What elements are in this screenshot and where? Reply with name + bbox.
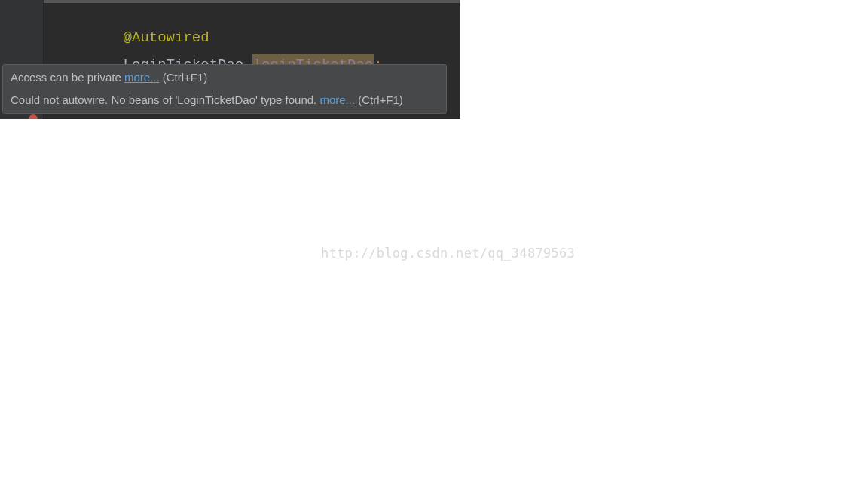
inspection-shortcut-1: (Ctrl+F1) <box>160 71 208 84</box>
inspection-more-link-1[interactable]: more... <box>124 71 160 84</box>
inspection-tooltip: Access can be private more... (Ctrl+F1) … <box>2 64 447 114</box>
error-marker-icon[interactable] <box>29 114 38 119</box>
inspection-row-1: Access can be private more... (Ctrl+F1) <box>3 66 446 89</box>
inspection-message-2: Could not autowire. No beans of 'LoginTi… <box>11 93 319 106</box>
inspection-message-1: Access can be private <box>11 71 124 84</box>
inspection-more-link-2[interactable]: more... <box>319 93 355 106</box>
code-editor-area: @Autowired LoginTicketDao loginTicketDao… <box>0 0 460 119</box>
inspection-shortcut-2: (Ctrl+F1) <box>355 93 403 106</box>
editor-top-edge <box>44 0 460 3</box>
watermark-text: http://blog.csdn.net/qq_34879563 <box>321 246 575 261</box>
inspection-row-2: Could not autowire. No beans of 'LoginTi… <box>3 89 446 111</box>
